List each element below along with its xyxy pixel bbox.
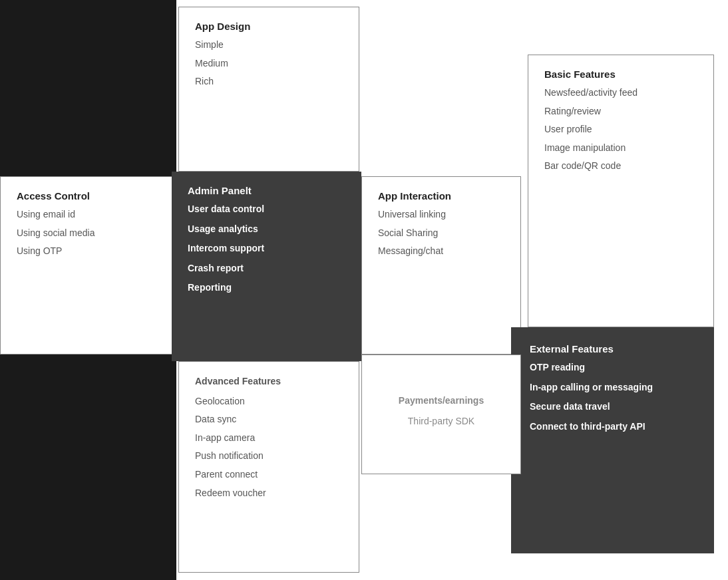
basic-features-cell: Basic Features Newsfeed/activity feed Ra…: [528, 55, 714, 327]
advanced-data-sync: Data sync: [195, 413, 343, 426]
app-design-header: App Design: [195, 21, 343, 32]
admin-panel-header: Admin Panelt: [188, 185, 345, 196]
grid-container: App Design Simple Medium Rich Basic Feat…: [0, 0, 728, 580]
admin-intercom: Intercom support: [188, 242, 345, 255]
advanced-features-cell: Advanced Features Geolocation Data sync …: [178, 361, 359, 573]
payments-sdk: Third-party SDK: [408, 414, 474, 428]
admin-panel-cell: Admin Panelt User data control Usage ana…: [172, 172, 361, 361]
app-design-simple: Simple: [195, 39, 343, 52]
access-control-cell: Access Control Using email id Using soci…: [0, 176, 176, 355]
access-email: Using email id: [17, 208, 160, 221]
external-features-cell: External Features OTP reading In-app cal…: [511, 327, 714, 553]
app-universal-linking: Universal linking: [378, 208, 504, 221]
basic-features-user-profile: User profile: [544, 123, 697, 136]
app-design-rich: Rich: [195, 75, 343, 88]
advanced-camera: In-app camera: [195, 432, 343, 445]
basic-features-header: Basic Features: [544, 69, 697, 80]
admin-user-data: User data control: [188, 203, 345, 216]
basic-features-barcode: Bar code/QR code: [544, 160, 697, 173]
advanced-geolocation: Geolocation: [195, 395, 343, 408]
bottom-left-cell: [0, 355, 176, 580]
top-left-cell: [0, 0, 176, 176]
basic-features-image: Image manipulation: [544, 142, 697, 155]
access-social: Using social media: [17, 227, 160, 240]
payments-header: Payments/earnings: [399, 394, 484, 408]
app-design-cell: App Design Simple Medium Rich: [178, 7, 359, 172]
app-social-sharing: Social Sharing: [378, 227, 504, 240]
app-interaction-cell: App Interaction Universal linking Social…: [361, 176, 521, 355]
external-features-header: External Features: [530, 343, 695, 355]
external-otp: OTP reading: [530, 361, 695, 374]
app-design-medium: Medium: [195, 57, 343, 71]
advanced-push: Push notification: [195, 450, 343, 463]
advanced-features-header: Advanced Features: [195, 375, 343, 388]
payments-cell: Payments/earnings Third-party SDK: [361, 355, 521, 474]
admin-reporting: Reporting: [188, 281, 345, 295]
top-right-empty: [359, 0, 519, 176]
access-otp: Using OTP: [17, 245, 160, 258]
admin-usage-analytics: Usage analytics: [188, 223, 345, 236]
access-control-header: Access Control: [17, 190, 160, 202]
external-api: Connect to third-party API: [530, 420, 695, 434]
advanced-parent: Parent connect: [195, 468, 343, 482]
basic-features-rating: Rating/review: [544, 105, 697, 118]
app-interaction-header: App Interaction: [378, 190, 504, 202]
advanced-redeem: Redeem voucher: [195, 487, 343, 500]
admin-crash-report: Crash report: [188, 262, 345, 275]
app-messaging: Messaging/chat: [378, 245, 504, 258]
external-secure: Secure data travel: [530, 400, 695, 414]
external-calling: In-app calling or messaging: [530, 381, 695, 394]
basic-features-newsfeed: Newsfeed/activity feed: [544, 86, 697, 100]
